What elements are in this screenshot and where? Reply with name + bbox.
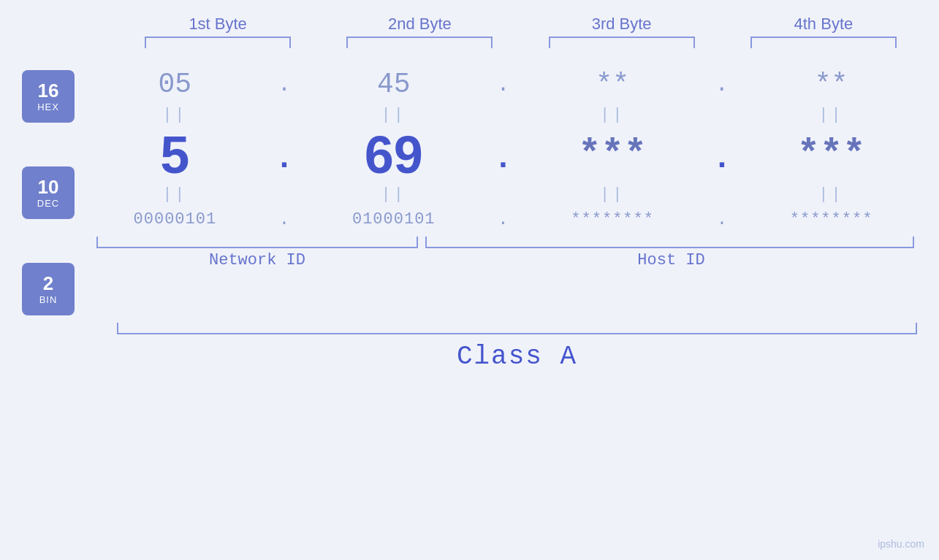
top-bracket-1 <box>145 37 291 48</box>
hex-b2: 45 <box>321 69 467 100</box>
equals-row-1: || || || || <box>89 104 917 126</box>
byte2-header: 2nd Byte <box>346 15 493 34</box>
byte-headers-row: 1st Byte 2nd Byte 3rd Byte 4th Byte <box>0 15 939 34</box>
byte4-header: 4th Byte <box>750 15 897 34</box>
badges-column: 16 HEX 10 DEC 2 BIN <box>22 70 75 315</box>
watermark: ipshu.com <box>878 538 924 550</box>
top-bracket-4 <box>750 37 897 48</box>
class-section: Class A <box>0 323 939 372</box>
eq-4: || <box>759 106 905 124</box>
hex-row: 05 . 45 . ** . ** <box>89 55 917 104</box>
dec-b3: *** <box>539 134 685 177</box>
eq-2: || <box>321 106 467 124</box>
network-bracket <box>96 237 418 248</box>
hex-b4: ** <box>759 69 905 100</box>
class-label: Class A <box>457 342 577 372</box>
dec-row: 5 . 69 . *** . *** <box>89 126 917 184</box>
top-bracket-2 <box>346 37 493 48</box>
hex-dot-1: . <box>273 72 295 97</box>
dec-b1: 5 <box>102 129 248 181</box>
bin-dot-1: . <box>273 210 295 229</box>
equals-row-2: || || || || <box>89 184 917 205</box>
dec-badge: 10 DEC <box>22 166 75 219</box>
values-area: 05 . 45 . ** . ** || || || || 5 . <box>89 55 917 269</box>
bin-b3: ******** <box>539 210 685 229</box>
hex-dot-3: . <box>711 72 733 97</box>
hex-badge: 16 HEX <box>22 70 75 123</box>
eq-1: || <box>102 106 248 124</box>
top-bracket-3 <box>549 37 695 48</box>
eq2-3: || <box>539 185 685 204</box>
dec-b2: 69 <box>321 129 467 181</box>
id-labels-row: Network ID Host ID <box>89 248 917 269</box>
byte3-header: 3rd Byte <box>549 15 695 34</box>
class-bracket <box>117 323 917 334</box>
host-bracket <box>425 237 914 248</box>
dec-b4: *** <box>759 134 905 177</box>
bin-b1: 00000101 <box>102 210 248 229</box>
bin-b2: 01000101 <box>321 210 467 229</box>
eq2-2: || <box>321 185 467 204</box>
eq2-1: || <box>102 185 248 204</box>
hex-dot-2: . <box>492 72 514 97</box>
dec-badge-label: DEC <box>37 198 59 209</box>
bottom-bracket-area <box>89 237 917 248</box>
bin-badge-label: BIN <box>39 294 58 305</box>
dec-dot-3: . <box>711 140 733 177</box>
dec-dot-2: . <box>492 140 514 177</box>
bin-b4: ******** <box>759 210 905 229</box>
eq-3: || <box>539 106 685 124</box>
bin-row: 00000101 . 01000101 . ******** . *******… <box>89 205 917 237</box>
bin-dot-2: . <box>492 210 514 229</box>
bin-badge-num: 2 <box>43 273 53 294</box>
hex-b3: ** <box>539 69 685 100</box>
network-id-label: Network ID <box>96 251 418 269</box>
host-id-label: Host ID <box>425 251 917 269</box>
hex-b1: 05 <box>102 69 248 100</box>
dec-badge-num: 10 <box>38 177 59 198</box>
dec-dot-1: . <box>273 140 295 177</box>
eq2-4: || <box>759 185 905 204</box>
bin-badge: 2 BIN <box>22 263 75 315</box>
top-bracket-row <box>0 37 939 48</box>
hex-badge-label: HEX <box>37 101 59 112</box>
byte1-header: 1st Byte <box>145 15 291 34</box>
hex-badge-num: 16 <box>38 80 59 101</box>
main-container: 1st Byte 2nd Byte 3rd Byte 4th Byte 16 H… <box>0 0 939 560</box>
bin-dot-3: . <box>711 210 733 229</box>
